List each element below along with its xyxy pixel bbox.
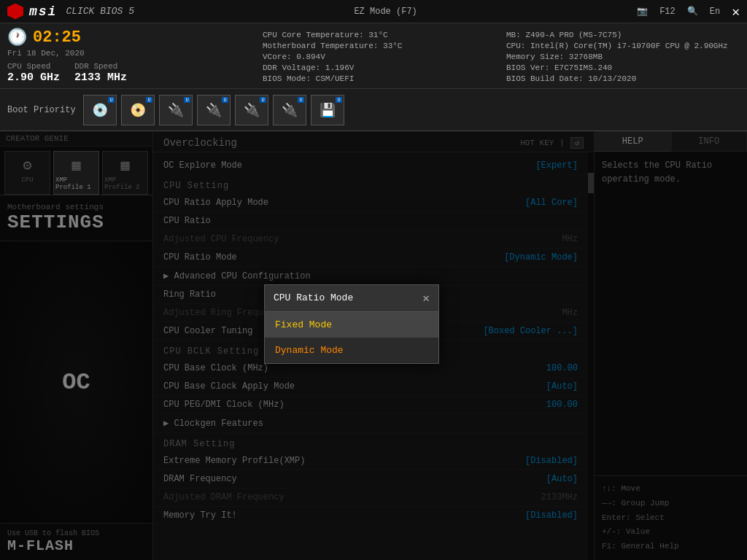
boot-item-hdd[interactable]: U💿 bbox=[83, 95, 117, 125]
logo: msi CLICK BIOS 5 bbox=[7, 4, 134, 20]
info-mid: CPU Core Temperature: 31°C Motherboard T… bbox=[263, 28, 499, 84]
search-icon: 🔍 bbox=[687, 6, 698, 17]
boot-priority-label: Boot Priority bbox=[7, 105, 76, 115]
boot-item-usb1[interactable]: U🔌 bbox=[159, 95, 193, 125]
bios-date: BIOS Build Date: 10/13/2020 bbox=[506, 74, 740, 83]
ddr-speed-label: DDR Speed bbox=[74, 62, 127, 71]
cpu-ratio-mode-modal: CPU Ratio Mode ✕ Fixed Mode Dynamic Mode bbox=[264, 284, 439, 364]
modal-option-fixed[interactable]: Fixed Mode bbox=[265, 312, 438, 338]
screenshot-label[interactable]: F12 bbox=[659, 7, 676, 17]
modal-close-button[interactable]: ✕ bbox=[422, 291, 430, 306]
current-date: Fri 18 Dec, 2020 bbox=[7, 49, 255, 58]
info-bar: 🕐 02:25 Fri 18 Dec, 2020 CPU Speed 2.90 … bbox=[0, 23, 747, 89]
top-right-controls: 📷 F12 🔍 En ✕ bbox=[637, 4, 740, 20]
info-right: MB: Z490-A PRO (MS-7C75) CPU: Intel(R) C… bbox=[506, 28, 740, 84]
cpu-speed-label: CPU Speed bbox=[7, 62, 60, 71]
time-row: 🕐 02:25 bbox=[7, 28, 255, 47]
mb-info: MB: Z490-A PRO (MS-7C75) bbox=[506, 31, 740, 39]
bios-mode: BIOS Mode: CSM/UEFI bbox=[263, 74, 499, 83]
boot-items: U💿 U📀 U🔌 U🔌 U🔌 U🔌 U💾 bbox=[83, 95, 344, 125]
cpu-info: CPU: Intel(R) Core(TM) i7-10700F CPU @ 2… bbox=[506, 42, 740, 50]
top-bar: msi CLICK BIOS 5 EZ Mode (F7) 📷 F12 🔍 En… bbox=[0, 0, 747, 23]
boot-item-other[interactable]: U💾 bbox=[311, 95, 344, 125]
boot-item-usb4[interactable]: U🔌 bbox=[273, 95, 306, 125]
current-time: 02:25 bbox=[33, 28, 81, 47]
memory-info: Memory Size: 32768MB bbox=[506, 52, 740, 61]
boot-item-usb2[interactable]: U🔌 bbox=[197, 95, 231, 125]
ez-mode-button[interactable]: EZ Mode (F7) bbox=[354, 7, 417, 17]
info-left: 🕐 02:25 Fri 18 Dec, 2020 CPU Speed 2.90 … bbox=[7, 28, 255, 84]
cpu-speed-value: 2.90 GHz bbox=[7, 71, 60, 84]
modal-header: CPU Ratio Mode ✕ bbox=[265, 285, 438, 312]
camera-icon: 📷 bbox=[637, 6, 648, 17]
bios-ver: BIOS Ver: E7C75IMS.240 bbox=[506, 63, 740, 72]
logo-msi: msi bbox=[29, 4, 57, 19]
clock-icon: 🕐 bbox=[7, 28, 27, 47]
msi-shield-icon bbox=[7, 4, 23, 20]
boot-priority-bar: Boot Priority U💿 U📀 U🔌 U🔌 U🔌 U🔌 U💾 bbox=[0, 89, 747, 131]
ddr-speed-value: 2133 MHz bbox=[74, 71, 127, 84]
cpu-temp: CPU Core Temperature: 31°C bbox=[263, 31, 499, 39]
ddr-voltage: DDR Voltage: 1.196V bbox=[263, 63, 499, 72]
modal-overlay[interactable]: CPU Ratio Mode ✕ Fixed Mode Dynamic Mode bbox=[0, 131, 747, 560]
language-selector[interactable]: En bbox=[710, 7, 720, 17]
modal-option-dynamic[interactable]: Dynamic Mode bbox=[265, 338, 438, 363]
speed-row: CPU Speed 2.90 GHz DDR Speed 2133 MHz bbox=[7, 62, 255, 84]
close-button[interactable]: ✕ bbox=[732, 4, 740, 20]
logo-product: CLICK BIOS 5 bbox=[66, 6, 134, 17]
boot-item-dvd[interactable]: U📀 bbox=[121, 95, 155, 125]
ddr-speed: DDR Speed 2133 MHz bbox=[74, 62, 127, 84]
vcore: VCore: 0.894V bbox=[263, 52, 499, 61]
cpu-speed: CPU Speed 2.90 GHz bbox=[7, 62, 60, 84]
boot-item-usb3[interactable]: U🔌 bbox=[235, 95, 268, 125]
mb-temp: Motherboard Temperature: 33°C bbox=[263, 42, 499, 50]
modal-title: CPU Ratio Mode bbox=[274, 292, 353, 303]
